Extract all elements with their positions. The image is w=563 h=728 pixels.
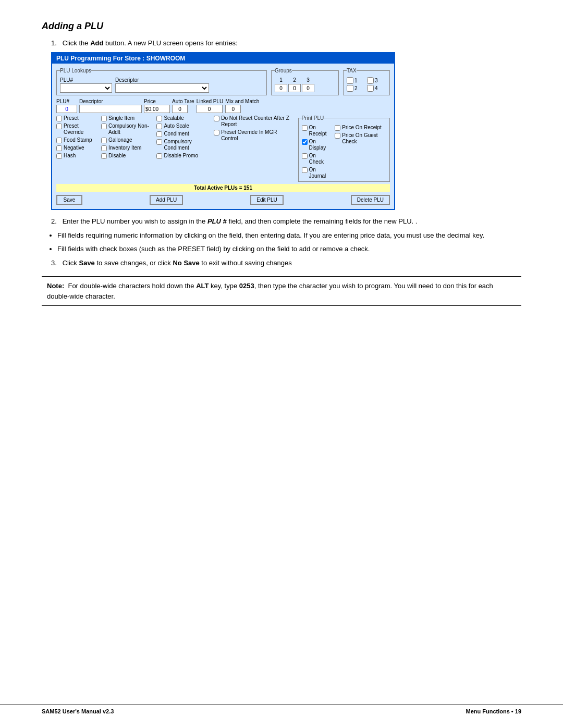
food-stamp-checkbox[interactable] (56, 138, 62, 143)
tax-checkbox-2[interactable] (347, 85, 353, 92)
note-label: Note: For double-wide characters hold do… (47, 282, 493, 300)
tax-label-1: 1 (354, 78, 358, 83)
tax-item-4: 4 (367, 85, 386, 92)
plu-lookups-box: PLU Lookups PLU# Descriptor (56, 68, 267, 95)
options-col-1: Preset Preset Override Food Stamp Negati… (56, 115, 98, 182)
check-preset-override-mgr: Preset Override In MGR Control (214, 129, 295, 142)
tax-checkbox-1[interactable] (347, 77, 353, 84)
do-not-reset-label: Do Not Reset Counter After Z Report (221, 115, 295, 128)
gallonage-checkbox[interactable] (101, 138, 107, 143)
desc-field-label: Descriptor (79, 98, 142, 104)
check-scalable: Scalable (156, 115, 211, 121)
descriptor-input[interactable] (79, 105, 142, 113)
check-auto-scale: Auto Scale (156, 123, 211, 129)
check-inventory-item: Inventory Item (101, 145, 153, 151)
tax-label: TAX (347, 68, 357, 73)
auto-scale-checkbox[interactable] (156, 124, 162, 129)
scalable-checkbox[interactable] (156, 116, 162, 121)
group-input-3[interactable] (302, 84, 314, 92)
preset-override-checkbox[interactable] (56, 124, 62, 129)
price-label: Price (144, 98, 170, 104)
preset-override-mgr-checkbox[interactable] (214, 130, 219, 135)
linked-col: Linked PLU (197, 98, 224, 113)
add-plu-button[interactable]: Add PLU (150, 195, 183, 205)
on-check-label: On Check (309, 153, 331, 165)
on-display-checkbox[interactable] (302, 139, 308, 145)
fields-row: PLU# Descriptor Price Auto Tare Linked P… (56, 98, 390, 113)
edit-plu-button[interactable]: Edit PLU (250, 195, 283, 205)
buttons-row: Save Add PLU Edit PLU Delete PLU (56, 195, 390, 205)
page-content: Adding a PLU 1. Click the Add button. A … (42, 21, 521, 306)
inventory-item-label: Inventory Item (108, 145, 141, 151)
preset-override-label: Preset Override (64, 123, 98, 135)
compulsory-condiment-label: Compulsory Condiment (164, 139, 211, 151)
plu-dialog: PLU Programming For Store : SHOWROOM PLU… (51, 52, 395, 210)
negative-checkbox[interactable] (56, 145, 62, 151)
check-preset: Preset (56, 115, 98, 121)
plu-lookups-label: PLU Lookups (60, 68, 91, 73)
linked-input[interactable] (197, 105, 223, 113)
print-plu-box: Print PLU On Receipt On Display (298, 115, 390, 182)
condiment-label: Condiment (164, 131, 189, 137)
descriptor-select[interactable] (115, 83, 209, 93)
compulsory-non-addt-checkbox[interactable] (101, 124, 107, 129)
price-input[interactable] (144, 105, 170, 113)
check-on-check: On Check (302, 153, 331, 165)
check-condiment: Condiment (156, 131, 211, 137)
tare-input[interactable] (172, 105, 188, 113)
plu-num-input[interactable] (56, 105, 77, 113)
plu-field-group: PLU# (60, 77, 112, 93)
footer-right: Menu Functions • 19 (466, 708, 521, 714)
condiment-checkbox[interactable] (156, 131, 162, 137)
price-on-guest-check-label: Price On Guest Check (342, 132, 386, 145)
print-col-1: On Receipt On Display On Check (302, 125, 331, 179)
check-disable: Disable (101, 153, 153, 159)
on-check-checkbox[interactable] (302, 153, 308, 159)
check-on-journal: On Journal (302, 167, 331, 179)
options-col-2: Single Item Compulsory Non-Addlt Gallona… (101, 115, 153, 182)
preset-checkbox[interactable] (56, 116, 62, 121)
on-receipt-label: On Receipt (309, 125, 331, 137)
do-not-reset-checkbox[interactable] (214, 116, 219, 121)
tax-item-3: 3 (367, 77, 386, 84)
options-col-3: Scalable Auto Scale Condiment Compulsory… (156, 115, 211, 182)
price-on-receipt-checkbox[interactable] (335, 125, 340, 131)
disable-label: Disable (108, 153, 126, 159)
disable-promo-label: Disable Promo (164, 153, 198, 159)
disable-promo-checkbox[interactable] (156, 153, 162, 159)
tax-box: TAX 1 3 2 (343, 68, 390, 95)
check-price-on-receipt: Price On Receipt (335, 125, 386, 131)
step-3: 3. Click Save to save changes, or click … (51, 259, 521, 267)
group-input-2[interactable] (288, 84, 301, 92)
on-receipt-checkbox[interactable] (302, 125, 308, 131)
print-col-2: Price On Receipt Price On Guest Check (335, 125, 386, 179)
single-item-label: Single Item (108, 115, 134, 121)
on-journal-checkbox[interactable] (302, 167, 308, 173)
scalable-label: Scalable (164, 115, 183, 121)
delete-plu-button[interactable]: Delete PLU (351, 195, 390, 205)
check-disable-promo: Disable Promo (156, 153, 211, 159)
compulsory-non-addt-label: Compulsory Non-Addlt (108, 123, 153, 135)
group-input-1[interactable] (275, 84, 287, 92)
groups-labels: 1 2 3 (275, 77, 335, 83)
tax-checkbox-3[interactable] (367, 77, 374, 84)
tax-checkbox-4[interactable] (367, 85, 374, 92)
compulsory-condiment-checkbox[interactable] (156, 139, 162, 145)
hash-checkbox[interactable] (56, 153, 62, 159)
single-item-checkbox[interactable] (101, 116, 107, 121)
step-2: 2. Enter the PLU number you wish to assi… (51, 217, 521, 225)
group-label-3: 3 (302, 77, 314, 83)
step3-text: Click Save to save changes, or click No … (63, 259, 292, 267)
tax-label-2: 2 (354, 85, 358, 91)
check-compulsory-condiment: Compulsory Condiment (156, 139, 211, 151)
mix-input[interactable] (225, 105, 241, 113)
check-single-item: Single Item (101, 115, 153, 121)
food-stamp-label: Food Stamp (64, 137, 92, 143)
save-button[interactable]: Save (56, 195, 82, 205)
price-on-guest-check-checkbox[interactable] (335, 133, 340, 139)
group-label-2: 2 (288, 77, 301, 83)
check-price-on-guest-check: Price On Guest Check (335, 132, 386, 145)
plu-hash-select[interactable] (60, 83, 112, 93)
disable-checkbox[interactable] (101, 153, 107, 159)
inventory-item-checkbox[interactable] (101, 145, 107, 151)
